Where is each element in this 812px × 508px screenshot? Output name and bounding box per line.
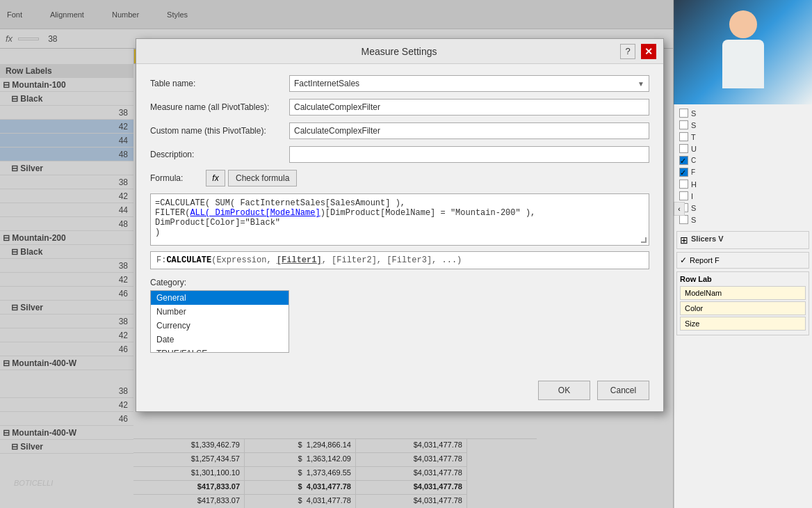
sidebar-label: S xyxy=(691,121,696,129)
check-formula-button[interactable]: Check formula xyxy=(228,170,297,186)
checkbox-checked[interactable]: ✓ xyxy=(679,168,688,177)
category-item-number[interactable]: Number xyxy=(151,305,289,319)
measure-name-label: Measure name (all PivotTables): xyxy=(150,102,289,112)
table-name-value: FactInternetSales xyxy=(294,79,359,88)
sidebar-item: S xyxy=(676,107,809,119)
checkbox-checked[interactable]: ✓ xyxy=(679,156,688,165)
sidebar-item: H xyxy=(676,178,809,190)
sidebar-item: S xyxy=(676,119,809,131)
dialog-titlebar: Measure Settings ? ✕ xyxy=(136,39,663,64)
formula-line4: ) xyxy=(155,228,644,237)
category-label: Category: xyxy=(150,278,289,287)
dialog-body: Table name: FactInternetSales ▼ Measure … xyxy=(136,64,663,374)
sidebar-item: S xyxy=(676,214,809,225)
category-list[interactable]: General Number Currency Date TRUE/FALSE xyxy=(150,290,289,353)
person-head xyxy=(729,10,757,38)
checkbox[interactable] xyxy=(679,191,688,200)
row-label-color: Color xyxy=(680,301,806,315)
slicers-icon: ⊞ xyxy=(680,235,688,246)
measure-name-input[interactable] xyxy=(289,99,649,116)
measure-settings-dialog: Measure Settings ? ✕ Table name: FactInt… xyxy=(136,38,664,412)
description-input[interactable] xyxy=(289,146,649,163)
left-arrow-icon: ‹ xyxy=(678,205,680,213)
ok-button[interactable]: OK xyxy=(538,381,590,400)
formula-label: Formula: xyxy=(150,173,206,183)
checkbox[interactable] xyxy=(679,109,688,118)
category-container: Category: General Number Currency Date T… xyxy=(150,278,289,353)
formula-line3: DimProduct[Color]="Black" xyxy=(155,218,644,228)
slicers-section: ⊞ Slicers V xyxy=(676,231,809,249)
table-name-label: Table name: xyxy=(150,79,289,88)
formula-container: =CALCULATE( SUM( FactInternetSales[Sales… xyxy=(150,193,649,246)
sidebar-item: ✓ C xyxy=(676,154,809,166)
dialog-footer: OK Cancel xyxy=(136,374,663,411)
category-row: Category: General Number Currency Date T… xyxy=(150,278,649,353)
category-item-date[interactable]: Date xyxy=(151,333,289,347)
sidebar-item: I xyxy=(676,190,809,202)
row-labels-section: Row Lab ModelNam Color Size xyxy=(676,271,809,335)
sidebar-label: H xyxy=(691,180,697,189)
row-label-size: Size xyxy=(680,317,806,331)
hint-prefix: F: xyxy=(156,255,166,265)
sidebar-label: U xyxy=(691,145,697,153)
video-area xyxy=(674,0,812,104)
sidebar-item: S xyxy=(676,202,809,214)
category-item-currency[interactable]: Currency xyxy=(151,319,289,333)
table-name-dropdown[interactable]: FactInternetSales ▼ xyxy=(289,75,649,92)
collapse-arrow[interactable]: ‹ xyxy=(674,202,685,216)
sidebar-label: T xyxy=(691,133,696,141)
formula-line1: =CALCULATE( SUM( FactInternetSales[Sales… xyxy=(155,198,644,208)
sidebar-label: S xyxy=(691,109,696,118)
resize-handle[interactable] xyxy=(641,237,647,243)
dialog-close-button[interactable]: ✕ xyxy=(641,44,656,59)
custom-name-label: Custom name (this PivotTable): xyxy=(150,126,289,136)
video-person xyxy=(674,0,812,104)
checkbox[interactable] xyxy=(679,120,688,129)
formula-row: Formula: fx Check formula xyxy=(150,170,649,186)
row-label-modelname: ModelNam xyxy=(680,286,806,300)
custom-name-input[interactable] xyxy=(289,122,649,139)
description-row: Description: xyxy=(150,146,649,163)
row-labels-section-title: Row Lab xyxy=(680,275,806,283)
fx-button[interactable]: fx xyxy=(206,170,225,186)
report-filter-title: Report F xyxy=(690,256,720,264)
sidebar-item: U xyxy=(676,143,809,154)
formula-hint: F: CALCULATE (Expression, [Filter1], [Fi… xyxy=(150,251,649,269)
table-name-row: Table name: FactInternetSales ▼ xyxy=(150,75,649,92)
checkbox[interactable] xyxy=(679,132,688,141)
hint-function-name: CALCULATE xyxy=(166,255,211,265)
hint-params: (Expression, [Filter1], [Filter2], [Filt… xyxy=(211,255,462,265)
measure-name-row: Measure name (all PivotTables): xyxy=(150,99,649,116)
custom-name-row: Custom name (this PivotTable): xyxy=(150,122,649,139)
dropdown-arrow-icon: ▼ xyxy=(638,80,644,88)
sidebar-panel: S S T U ✓ C ✓ F H I xyxy=(674,104,812,228)
report-filter-icon: ✓ xyxy=(680,255,687,265)
cancel-button[interactable]: Cancel xyxy=(597,381,649,400)
checkbox[interactable] xyxy=(679,180,688,189)
dialog-help-button[interactable]: ? xyxy=(620,44,635,59)
category-item-truefalse[interactable]: TRUE/FALSE xyxy=(151,347,289,353)
dialog-title: Measure Settings xyxy=(178,46,620,57)
right-panel: S S T U ✓ C ✓ F H I xyxy=(673,0,812,508)
category-item-general[interactable]: General xyxy=(151,291,289,305)
person-body xyxy=(722,40,764,88)
sidebar-item: ✓ F xyxy=(676,166,809,178)
formula-line2: FILTER(ALL( DimProduct[ModelName])[DimPr… xyxy=(155,208,644,218)
formula-highlighted: ALL( DimProduct[ModelName] xyxy=(190,208,320,218)
checkbox[interactable] xyxy=(679,215,688,224)
sidebar-label: S xyxy=(691,216,696,224)
report-filter-section: ✓ Report F xyxy=(676,252,809,269)
formula-display[interactable]: =CALCULATE( SUM( FactInternetSales[Sales… xyxy=(150,193,649,246)
sidebar-label: I xyxy=(691,192,693,200)
sidebar-label: C xyxy=(691,157,696,164)
sidebar-label: F xyxy=(691,168,695,176)
checkbox[interactable] xyxy=(679,144,688,153)
sidebar-item: T xyxy=(676,131,809,143)
description-label: Description: xyxy=(150,150,289,159)
sidebar-label: S xyxy=(691,204,696,212)
person-silhouette xyxy=(715,10,771,94)
slicers-title: Slicers V xyxy=(691,235,723,243)
